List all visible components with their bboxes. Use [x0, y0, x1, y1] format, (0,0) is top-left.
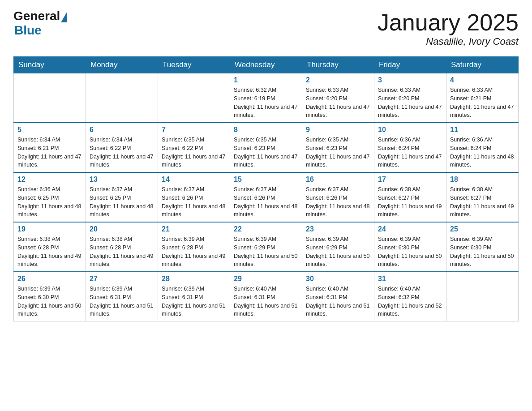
day-number: 22: [234, 225, 298, 233]
calendar-cell: 22Sunrise: 6:39 AMSunset: 6:29 PMDayligh…: [230, 222, 302, 272]
day-number: 15: [234, 176, 298, 184]
logo: General Blue: [13, 9, 67, 38]
day-number: 7: [162, 126, 226, 134]
calendar-week-row: 19Sunrise: 6:38 AMSunset: 6:28 PMDayligh…: [14, 222, 519, 272]
calendar-header-friday: Friday: [374, 57, 446, 73]
logo-general-text: General: [13, 9, 60, 23]
day-number: 5: [17, 126, 82, 134]
calendar-cell: 7Sunrise: 6:35 AMSunset: 6:22 PMDaylight…: [158, 123, 230, 172]
day-info: Sunrise: 6:39 AMSunset: 6:31 PMDaylight:…: [162, 285, 226, 318]
day-number: 9: [306, 126, 370, 134]
day-number: 1: [234, 76, 298, 84]
day-info: Sunrise: 6:39 AMSunset: 6:30 PMDaylight:…: [378, 235, 442, 269]
day-info: Sunrise: 6:36 AMSunset: 6:24 PMDaylight:…: [378, 136, 442, 169]
day-info: Sunrise: 6:39 AMSunset: 6:30 PMDaylight:…: [450, 235, 515, 269]
day-number: 4: [450, 76, 515, 84]
day-number: 27: [90, 275, 154, 283]
day-info: Sunrise: 6:38 AMSunset: 6:28 PMDaylight:…: [17, 235, 82, 269]
day-number: 12: [17, 176, 82, 184]
day-info: Sunrise: 6:39 AMSunset: 6:31 PMDaylight:…: [90, 285, 154, 318]
day-info: Sunrise: 6:33 AMSunset: 6:20 PMDaylight:…: [306, 86, 370, 120]
day-number: 14: [162, 176, 226, 184]
day-number: 26: [17, 275, 82, 283]
day-number: 31: [378, 275, 442, 283]
day-number: 19: [17, 225, 82, 233]
day-info: Sunrise: 6:33 AMSunset: 6:21 PMDaylight:…: [450, 86, 515, 120]
day-info: Sunrise: 6:40 AMSunset: 6:31 PMDaylight:…: [306, 285, 370, 318]
calendar-cell: 17Sunrise: 6:38 AMSunset: 6:27 PMDayligh…: [374, 172, 446, 222]
calendar-cell: [14, 73, 86, 123]
calendar-week-row: 5Sunrise: 6:34 AMSunset: 6:21 PMDaylight…: [14, 123, 519, 172]
calendar-cell: 28Sunrise: 6:39 AMSunset: 6:31 PMDayligh…: [158, 272, 230, 321]
location: Nasalilie, Ivory Coast: [378, 36, 519, 47]
calendar-cell: 2Sunrise: 6:33 AMSunset: 6:20 PMDaylight…: [302, 73, 374, 123]
calendar-header-tuesday: Tuesday: [158, 57, 230, 73]
calendar-header-wednesday: Wednesday: [230, 57, 302, 73]
calendar-header-thursday: Thursday: [302, 57, 374, 73]
calendar-cell: 21Sunrise: 6:39 AMSunset: 6:28 PMDayligh…: [158, 222, 230, 272]
day-info: Sunrise: 6:35 AMSunset: 6:22 PMDaylight:…: [162, 136, 226, 169]
calendar-header-monday: Monday: [86, 57, 158, 73]
day-number: 30: [306, 275, 370, 283]
calendar-cell: 27Sunrise: 6:39 AMSunset: 6:31 PMDayligh…: [86, 272, 158, 321]
day-info: Sunrise: 6:37 AMSunset: 6:26 PMDaylight:…: [306, 185, 370, 219]
day-number: 21: [162, 225, 226, 233]
page-header: General Blue January 2025 Nasalilie, Ivo…: [13, 9, 519, 47]
calendar-header-saturday: Saturday: [446, 57, 519, 73]
day-info: Sunrise: 6:33 AMSunset: 6:20 PMDaylight:…: [378, 86, 442, 120]
month-title: January 2025: [378, 9, 519, 36]
calendar-cell: 31Sunrise: 6:40 AMSunset: 6:32 PMDayligh…: [374, 272, 446, 321]
day-info: Sunrise: 6:35 AMSunset: 6:23 PMDaylight:…: [234, 136, 298, 169]
day-info: Sunrise: 6:38 AMSunset: 6:27 PMDaylight:…: [450, 185, 515, 219]
day-info: Sunrise: 6:40 AMSunset: 6:31 PMDaylight:…: [234, 285, 298, 318]
day-info: Sunrise: 6:36 AMSunset: 6:24 PMDaylight:…: [450, 136, 515, 169]
calendar-cell: 19Sunrise: 6:38 AMSunset: 6:28 PMDayligh…: [14, 222, 86, 272]
logo-blue-text: Blue: [14, 23, 42, 38]
calendar-cell: 16Sunrise: 6:37 AMSunset: 6:26 PMDayligh…: [302, 172, 374, 222]
calendar-cell: 30Sunrise: 6:40 AMSunset: 6:31 PMDayligh…: [302, 272, 374, 321]
title-area: January 2025 Nasalilie, Ivory Coast: [378, 9, 519, 47]
day-number: 29: [234, 275, 298, 283]
day-info: Sunrise: 6:34 AMSunset: 6:21 PMDaylight:…: [17, 136, 82, 169]
day-info: Sunrise: 6:34 AMSunset: 6:22 PMDaylight:…: [90, 136, 154, 169]
day-number: 2: [306, 76, 370, 84]
day-info: Sunrise: 6:37 AMSunset: 6:26 PMDaylight:…: [162, 185, 226, 219]
calendar-cell: 3Sunrise: 6:33 AMSunset: 6:20 PMDaylight…: [374, 73, 446, 123]
day-number: 18: [450, 176, 515, 184]
day-info: Sunrise: 6:40 AMSunset: 6:32 PMDaylight:…: [378, 285, 442, 318]
calendar-cell: 23Sunrise: 6:39 AMSunset: 6:29 PMDayligh…: [302, 222, 374, 272]
day-number: 23: [306, 225, 370, 233]
calendar-cell: 1Sunrise: 6:32 AMSunset: 6:19 PMDaylight…: [230, 73, 302, 123]
calendar-week-row: 1Sunrise: 6:32 AMSunset: 6:19 PMDaylight…: [14, 73, 519, 123]
day-info: Sunrise: 6:39 AMSunset: 6:29 PMDaylight:…: [234, 235, 298, 269]
day-info: Sunrise: 6:32 AMSunset: 6:19 PMDaylight:…: [234, 86, 298, 120]
day-info: Sunrise: 6:37 AMSunset: 6:25 PMDaylight:…: [90, 185, 154, 219]
day-number: 6: [90, 126, 154, 134]
day-number: 3: [378, 76, 442, 84]
calendar-cell: 4Sunrise: 6:33 AMSunset: 6:21 PMDaylight…: [446, 73, 519, 123]
day-number: 17: [378, 176, 442, 184]
calendar-cell: 6Sunrise: 6:34 AMSunset: 6:22 PMDaylight…: [86, 123, 158, 172]
day-number: 8: [234, 126, 298, 134]
logo-triangle-icon: [61, 12, 67, 22]
calendar-cell: 18Sunrise: 6:38 AMSunset: 6:27 PMDayligh…: [446, 172, 519, 222]
day-info: Sunrise: 6:38 AMSunset: 6:28 PMDaylight:…: [90, 235, 154, 269]
day-number: 11: [450, 126, 515, 134]
day-info: Sunrise: 6:39 AMSunset: 6:28 PMDaylight:…: [162, 235, 226, 269]
calendar-cell: 5Sunrise: 6:34 AMSunset: 6:21 PMDaylight…: [14, 123, 86, 172]
calendar-cell: 20Sunrise: 6:38 AMSunset: 6:28 PMDayligh…: [86, 222, 158, 272]
calendar-cell: [86, 73, 158, 123]
calendar-header-row: SundayMondayTuesdayWednesdayThursdayFrid…: [14, 57, 519, 73]
calendar-week-row: 26Sunrise: 6:39 AMSunset: 6:30 PMDayligh…: [14, 272, 519, 321]
calendar-cell: 10Sunrise: 6:36 AMSunset: 6:24 PMDayligh…: [374, 123, 446, 172]
day-number: 25: [450, 225, 515, 233]
day-info: Sunrise: 6:35 AMSunset: 6:23 PMDaylight:…: [306, 136, 370, 169]
calendar-cell: 26Sunrise: 6:39 AMSunset: 6:30 PMDayligh…: [14, 272, 86, 321]
calendar-cell: 9Sunrise: 6:35 AMSunset: 6:23 PMDaylight…: [302, 123, 374, 172]
calendar-week-row: 12Sunrise: 6:36 AMSunset: 6:25 PMDayligh…: [14, 172, 519, 222]
calendar-cell: 13Sunrise: 6:37 AMSunset: 6:25 PMDayligh…: [86, 172, 158, 222]
day-number: 10: [378, 126, 442, 134]
calendar-cell: 11Sunrise: 6:36 AMSunset: 6:24 PMDayligh…: [446, 123, 519, 172]
calendar-table: SundayMondayTuesdayWednesdayThursdayFrid…: [13, 56, 519, 321]
day-number: 16: [306, 176, 370, 184]
